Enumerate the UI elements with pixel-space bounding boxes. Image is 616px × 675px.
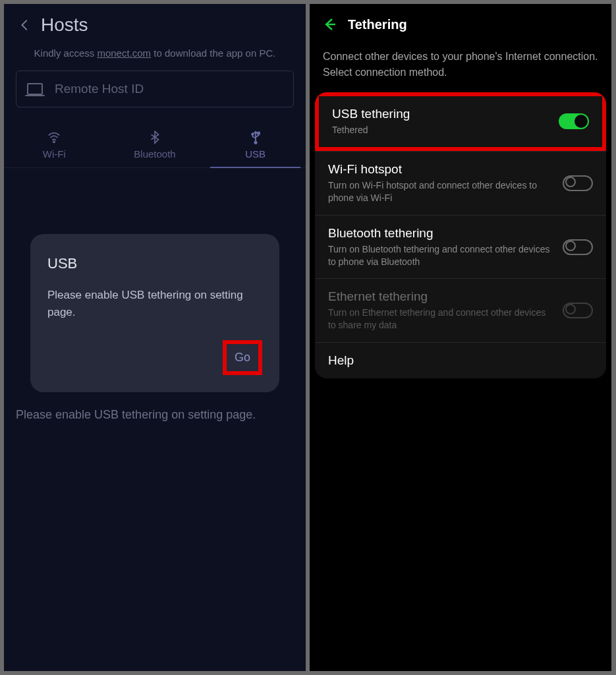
subtitle-pre: Kindly access [34, 47, 98, 59]
tab-usb[interactable]: USB [205, 122, 306, 167]
bluetooth-tethering-toggle[interactable] [563, 239, 593, 255]
connection-tabs: Wi-Fi Bluetooth USB [4, 122, 306, 168]
tab-bluetooth-label: Bluetooth [134, 148, 175, 160]
list-item-help[interactable]: Help [315, 342, 606, 378]
go-button[interactable]: Go [235, 351, 250, 365]
bluetooth-icon [148, 130, 162, 144]
monect-link[interactable]: monect.com [97, 47, 151, 59]
usb-tethering-toggle[interactable] [559, 113, 589, 129]
back-arrow-icon[interactable] [322, 16, 339, 33]
usb-dialog: USB Please enable USB tethering on setti… [30, 234, 279, 392]
usb-dialog-actions: Go [47, 340, 262, 375]
svg-point-3 [254, 142, 256, 144]
tab-wifi-label: Wi-Fi [43, 148, 66, 160]
usb-tethering-sub: Tethered [332, 124, 551, 136]
tethering-screen: Tethering Connect other devices to your … [310, 4, 611, 671]
svg-point-0 [53, 141, 55, 142]
tab-usb-label: USB [245, 148, 266, 160]
subtitle-post: to download the app on PC. [151, 47, 275, 59]
list-item-ethernet-tethering: Ethernet tethering Turn on Ethernet teth… [315, 278, 606, 342]
usb-dialog-title: USB [47, 255, 262, 272]
wifi-hotspot-toggle[interactable] [563, 175, 593, 191]
page-subtitle: Connect other devices to your phone's In… [310, 41, 611, 92]
ethernet-tethering-sub: Turn on Ethernet tethering and connect o… [328, 307, 555, 332]
list-item-bluetooth-tethering[interactable]: Bluetooth tethering Turn on Bluetooth te… [315, 215, 606, 279]
usb-dialog-body: Please enable USB tethering on setting p… [47, 287, 262, 320]
usb-tethering-title: USB tethering [332, 107, 551, 121]
usb-status-text: Please enable USB tethering on setting p… [16, 408, 294, 422]
usb-icon [248, 130, 263, 144]
remote-host-placeholder: Remote Host ID [55, 82, 144, 96]
help-title: Help [328, 353, 593, 368]
svg-rect-2 [258, 132, 260, 134]
tab-wifi[interactable]: Wi-Fi [4, 122, 105, 167]
ethernet-tethering-title: Ethernet tethering [328, 289, 555, 304]
wifi-hotspot-sub: Turn on Wi-Fi hotspot and connect other … [328, 179, 555, 204]
svg-point-1 [252, 133, 254, 135]
go-button-highlight: Go [223, 340, 262, 375]
bluetooth-tethering-sub: Turn on Bluetooth tethering and connect … [328, 243, 555, 268]
list-item-wifi-hotspot[interactable]: Wi-Fi hotspot Turn on Wi-Fi hotspot and … [315, 151, 606, 215]
wifi-hotspot-title: Wi-Fi hotspot [328, 162, 555, 177]
header: Hosts [4, 4, 306, 41]
page-title: Tethering [348, 17, 407, 32]
bluetooth-tethering-title: Bluetooth tethering [328, 226, 555, 241]
page-title: Hosts [41, 15, 88, 36]
laptop-icon [27, 83, 43, 95]
header: Tethering [310, 4, 611, 41]
tethering-list: USB tethering Tethered Wi-Fi hotspot Tur… [315, 92, 606, 378]
back-arrow-icon[interactable] [16, 16, 34, 34]
hosts-screen: Hosts Kindly access monect.com to downlo… [4, 4, 306, 671]
wifi-icon [47, 130, 61, 144]
remote-host-input[interactable]: Remote Host ID [16, 71, 294, 107]
ethernet-tethering-toggle [563, 303, 593, 318]
subtitle-text: Kindly access monect.com to download the… [16, 47, 294, 59]
list-item-usb-tethering[interactable]: USB tethering Tethered [315, 92, 606, 151]
tab-bluetooth[interactable]: Bluetooth [105, 122, 206, 167]
